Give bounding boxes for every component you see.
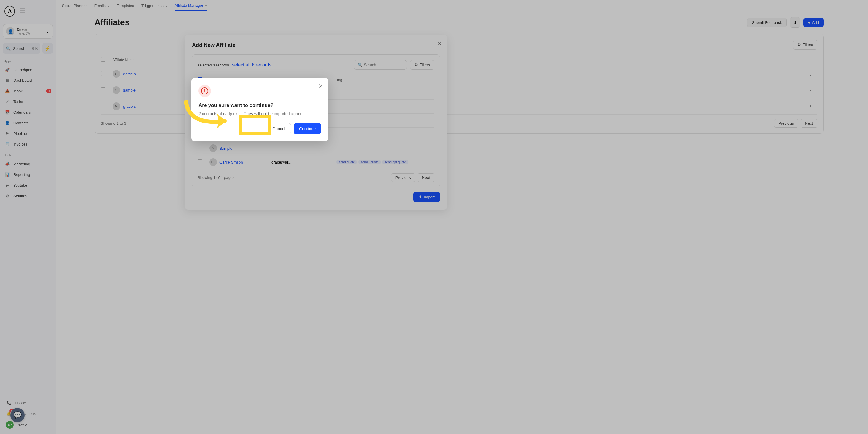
dialog-close-icon[interactable]: ✕ bbox=[318, 83, 323, 89]
confirm-message: 2 contacts already exist. They will not … bbox=[198, 111, 321, 116]
cancel-button[interactable]: Cancel bbox=[267, 123, 291, 134]
continue-button[interactable]: Continue bbox=[294, 123, 321, 134]
confirm-title: Are you sure want to continue? bbox=[198, 102, 321, 108]
modal-backdrop bbox=[0, 0, 868, 434]
alert-icon: ! bbox=[198, 85, 211, 97]
confirm-dialog: ✕ ! Are you sure want to continue? 2 con… bbox=[191, 78, 328, 142]
